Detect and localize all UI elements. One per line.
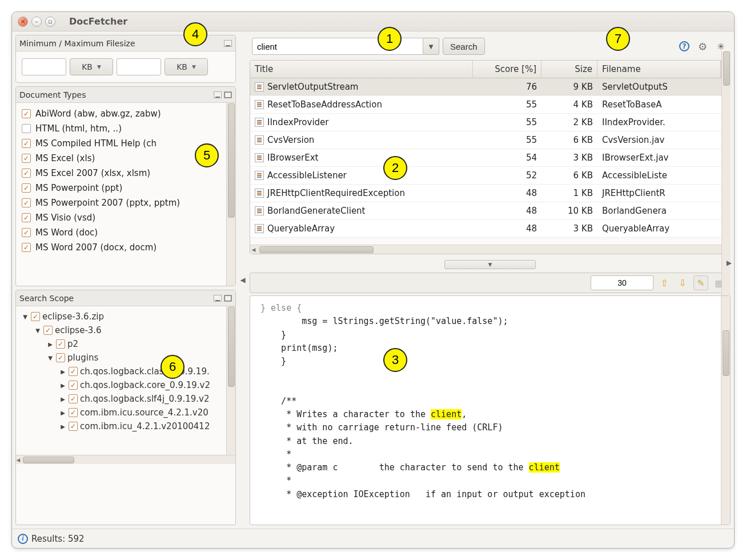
table-row[interactable]: IBrowserExt 54 3 KB IBrowserExt.jav (250, 149, 730, 167)
col-title[interactable]: Title (250, 61, 473, 78)
checkbox-icon[interactable] (22, 228, 31, 237)
tree-expand-icon[interactable]: ▶ (47, 341, 54, 347)
table-row[interactable]: BorlandGenerateClient 48 10 KB BorlandGe… (250, 202, 730, 220)
doctype-label: HTML (html, htm, ..) (35, 123, 122, 134)
col-filename[interactable]: Filename (597, 61, 721, 78)
cell-score: 55 (473, 116, 542, 129)
minimize-icon[interactable]: – (31, 17, 42, 27)
doctype-item[interactable]: AbiWord (abw, abw.gz, zabw) (19, 106, 232, 121)
checkbox-icon[interactable] (22, 169, 31, 178)
cell-filename: JREHttpClientR (597, 187, 721, 199)
table-row[interactable]: ServletOutputStream 76 9 KB ServletOutpu… (250, 78, 730, 96)
cell-title: JREHttpClientRequiredException (267, 188, 405, 198)
help-icon[interactable]: ? (677, 39, 692, 54)
min-size-input[interactable] (22, 58, 66, 75)
max-size-unit-select[interactable]: KB (165, 58, 208, 75)
doctypes-title: Document Types (19, 90, 86, 99)
tree-expand-icon[interactable]: ▶ (59, 410, 66, 416)
checkbox-icon[interactable] (22, 198, 31, 207)
doctype-item[interactable]: MS Word 2007 (docx, docm) (19, 240, 232, 255)
table-row[interactable]: CvsVersion 55 6 KB CvsVersion.jav (250, 131, 730, 149)
panel-collapse-right-icon[interactable]: ▶ (727, 259, 732, 267)
checkbox-icon[interactable] (22, 154, 31, 163)
close-icon[interactable]: × (18, 17, 28, 27)
panel-minimize-icon[interactable] (224, 40, 232, 47)
vertical-scrollbar[interactable] (226, 103, 235, 286)
highlight-toggle-icon[interactable]: ✎ (693, 275, 708, 290)
tree-expand-icon[interactable]: ▼ (22, 314, 29, 320)
splitter-handle[interactable]: ▼ (250, 259, 731, 270)
checkbox-icon[interactable] (22, 124, 31, 133)
tree-expand-icon[interactable]: ▶ (59, 396, 66, 402)
max-size-input[interactable] (117, 58, 161, 75)
vertical-scrollbar[interactable] (721, 296, 730, 525)
maximize-icon[interactable]: ▫ (45, 17, 55, 27)
next-match-icon[interactable]: ⇩ (675, 275, 690, 290)
checkbox-icon[interactable] (69, 422, 78, 431)
tree-expand-icon[interactable]: ▼ (47, 355, 54, 361)
tree-item[interactable]: ▼plugins (19, 351, 232, 365)
settings-gear-icon[interactable]: ⚙ (695, 39, 710, 54)
tree-item[interactable]: ▶p2 (19, 337, 232, 351)
checkbox-icon[interactable] (69, 367, 78, 376)
panel-maximize-icon[interactable] (224, 91, 232, 98)
tree-item[interactable]: ▼eclipse-3.6.zip (19, 310, 232, 323)
table-row[interactable]: IIndexProvider 55 2 KB IIndexProvider. (250, 114, 730, 131)
document-icon (255, 224, 264, 233)
prev-match-icon[interactable]: ⇧ (657, 275, 672, 290)
doctype-item[interactable]: HTML (html, htm, ..) (19, 121, 232, 136)
panel-minimize-icon[interactable] (214, 91, 222, 98)
checkbox-icon[interactable] (43, 326, 53, 335)
tree-expand-icon[interactable]: ▶ (59, 382, 66, 389)
table-row[interactable]: ResetToBaseAddressAction 55 4 KB ResetTo… (250, 96, 730, 114)
col-score[interactable]: Score [%] (473, 61, 542, 78)
checkbox-icon[interactable] (22, 139, 31, 148)
cell-size: 6 KB (542, 169, 597, 182)
checkbox-icon[interactable] (22, 213, 31, 222)
tree-expand-icon[interactable]: ▶ (59, 369, 66, 375)
table-row[interactable]: AccessibleListener 52 6 KB AccessibleLis… (250, 167, 730, 185)
checkbox-icon[interactable] (56, 339, 65, 349)
cell-filename: IBrowserExt.jav (597, 151, 721, 164)
tree-expand-icon[interactable]: ▶ (59, 423, 66, 430)
tree-label: eclipse-3.6.zip (42, 311, 104, 322)
tree-item[interactable]: ▶com.ibm.icu_4.2.1.v20100412 (19, 419, 232, 433)
tree-item[interactable]: ▶com.ibm.icu.source_4.2.1.v20 (19, 406, 232, 419)
doctype-item[interactable]: MS Powerpoint 2007 (pptx, pptm) (19, 195, 232, 210)
min-size-unit-select[interactable]: KB (70, 58, 113, 75)
doctype-item[interactable]: MS Excel 2007 (xlsx, xlsm) (19, 166, 232, 181)
occurrence-field[interactable] (591, 275, 653, 290)
search-button[interactable]: Search (443, 38, 485, 55)
table-row[interactable]: JREHttpClientRequiredException 48 1 KB J… (250, 185, 730, 202)
vertical-scrollbar[interactable] (226, 306, 235, 455)
checkbox-icon[interactable] (22, 109, 31, 118)
tree-item[interactable]: ▶ch.qos.logback.core_0.9.19.v2 (19, 378, 232, 392)
doctype-label: MS Powerpoint (ppt) (35, 183, 122, 193)
checkbox-icon[interactable] (22, 183, 31, 193)
checkbox-icon[interactable] (56, 353, 65, 362)
checkbox-icon[interactable] (22, 243, 31, 252)
checkbox-icon[interactable] (69, 408, 78, 417)
horizontal-scrollbar[interactable]: ◀ ▶ (250, 245, 730, 254)
table-row[interactable]: QueryableArray 48 3 KB QueryableArray (250, 220, 730, 238)
cell-score: 48 (473, 187, 542, 199)
panel-maximize-icon[interactable] (224, 295, 232, 302)
cell-title: ResetToBaseAddressAction (267, 99, 382, 110)
vertical-scrollbar[interactable] (721, 60, 731, 254)
col-size[interactable]: Size (542, 61, 597, 78)
checkbox-icon[interactable] (69, 394, 78, 403)
checkbox-icon[interactable] (69, 381, 78, 390)
horizontal-scrollbar[interactable]: ◀ (16, 455, 235, 464)
tree-item[interactable]: ▶ch.qos.logback.classic_0.9.19. (19, 365, 232, 378)
tree-item[interactable]: ▼eclipse-3.6 (19, 323, 232, 337)
doctype-item[interactable]: MS Powerpoint (ppt) (19, 181, 232, 195)
panel-minimize-icon[interactable] (214, 295, 222, 302)
panel-collapse-icon[interactable]: ◀ (239, 35, 246, 525)
checkbox-icon[interactable] (31, 312, 40, 321)
doctype-item[interactable]: MS Visio (vsd) (19, 210, 232, 225)
doctype-item[interactable]: MS Word (doc) (19, 225, 232, 240)
callout-1: 1 (378, 27, 402, 51)
tree-item[interactable]: ▶ch.qos.logback.slf4j_0.9.19.v2 (19, 392, 232, 406)
search-history-icon[interactable]: ▼ (423, 38, 439, 55)
tree-expand-icon[interactable]: ▼ (34, 327, 41, 334)
